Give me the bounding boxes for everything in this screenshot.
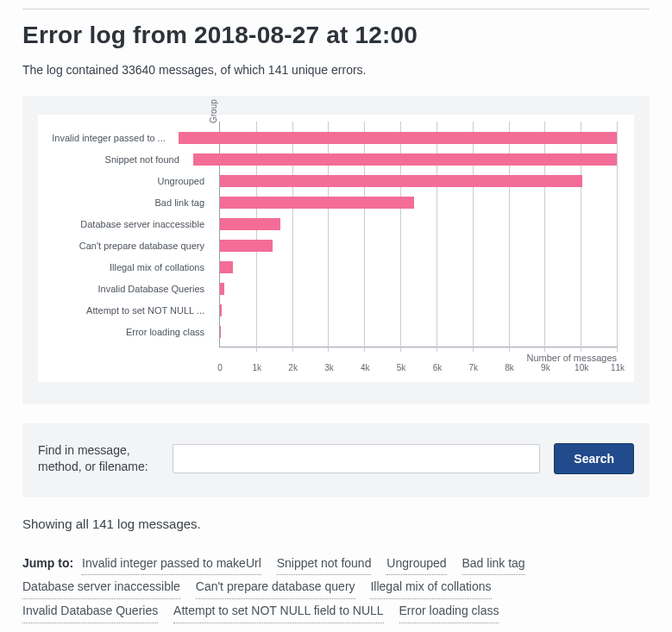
chart-row: Illegal mix of collations [39, 256, 617, 278]
chart-tick-label: 7k [468, 363, 478, 372]
chart-x-axis-label: Number of messages [526, 353, 617, 363]
chart-tick-label: 10k [575, 363, 588, 372]
chart-category-label: Can't prepare database query [39, 241, 211, 251]
chart-tick-label: 9k [541, 363, 550, 372]
chart-bar [193, 153, 617, 166]
jump-link[interactable]: Invalid integer passed to makeUrl [82, 552, 261, 576]
chart-y-axis-label: Group [209, 99, 218, 123]
error-count-chart: Group 01k2k3k4k5k6k7k8k9k10k11kInvalid i… [38, 115, 634, 382]
jump-link[interactable]: Ungrouped [386, 552, 446, 576]
jump-link[interactable]: Database server inaccessible [22, 575, 180, 599]
chart-bar [220, 283, 224, 295]
page-root: Error log from 2018-08-27 at 12:00 The l… [0, 0, 672, 632]
jump-to-label: Jump to: [22, 556, 73, 570]
page-title: Error log from 2018-08-27 at 12:00 [22, 22, 650, 49]
top-divider [22, 9, 650, 9]
search-label: Find in message, method, or filename: [38, 442, 159, 475]
chart-category-label: Illegal mix of collations [39, 262, 211, 272]
search-panel: Find in message, method, or filename: Se… [22, 423, 650, 497]
jump-link[interactable]: Attempt to set NOT NULL field to NULL [173, 599, 384, 623]
chart-tick-label: 6k [433, 363, 443, 372]
chart-gridline: 11k [617, 122, 618, 352]
page-subtitle: The log contained 33640 messages, of whi… [22, 63, 650, 77]
chart-row: Attempt to set NOT NULL ... [39, 299, 617, 321]
chart-category-label: Ungrouped [39, 176, 211, 186]
chart-bar [220, 218, 280, 230]
chart-category-label: Database server inaccessible [39, 219, 211, 229]
chart-row: Error loading class [39, 321, 617, 342]
chart-plot-area: 01k2k3k4k5k6k7k8k9k10k11kInvalid integer… [219, 122, 617, 347]
chart-bar [220, 175, 582, 187]
jump-link[interactable]: Error loading class [399, 599, 499, 623]
chart-tick-label: 8k [505, 363, 514, 372]
jump-link[interactable]: Invalid Database Queries [22, 599, 158, 623]
chart-bar [179, 132, 617, 144]
chart-category-label: Invalid integer passed to ... [39, 133, 173, 143]
chart-category-label: Invalid Database Queries [39, 284, 211, 294]
chart-panel: Group 01k2k3k4k5k6k7k8k9k10k11kInvalid i… [22, 96, 650, 404]
chart-tick-label: 3k [324, 363, 334, 372]
results-summary: Showing all 141 log messages. [22, 516, 650, 531]
chart-tick-label: 4k [361, 363, 370, 372]
chart-tick-label: 2k [288, 363, 298, 372]
chart-tick-label: 5k [397, 363, 406, 372]
chart-category-label: Snippet not found [39, 154, 186, 165]
chart-row: Snippet not found [39, 148, 617, 170]
jump-to-nav: Jump to: Invalid integer passed to makeU… [22, 552, 650, 623]
jump-link[interactable]: Illegal mix of collations [370, 575, 491, 599]
chart-row: Ungrouped [39, 170, 617, 191]
chart-bar [220, 304, 222, 316]
jump-link[interactable]: Bad link tag [462, 552, 525, 576]
chart-row: Database server inaccessible [39, 213, 617, 235]
chart-tick-label: 11k [611, 363, 625, 372]
chart-bar [220, 197, 414, 209]
chart-tick-label: 1k [253, 363, 262, 372]
chart-row: Bad link tag [39, 191, 617, 213]
chart-category-label: Bad link tag [39, 197, 211, 208]
chart-tick-label: 0 [217, 363, 223, 372]
chart-row: Can't prepare database query [39, 235, 617, 256]
chart-bar [220, 326, 221, 338]
search-input[interactable] [173, 444, 540, 473]
jump-link[interactable]: Snippet not found [277, 552, 372, 576]
chart-row: Invalid integer passed to ... [39, 127, 617, 148]
chart-category-label: Attempt to set NOT NULL ... [39, 305, 211, 316]
jump-link[interactable]: Can't prepare database query [196, 575, 355, 599]
chart-bar [220, 261, 233, 273]
chart-row: Invalid Database Queries [39, 278, 617, 299]
chart-category-label: Error loading class [39, 327, 211, 337]
chart-bar [220, 240, 273, 252]
search-button[interactable]: Search [554, 443, 634, 474]
